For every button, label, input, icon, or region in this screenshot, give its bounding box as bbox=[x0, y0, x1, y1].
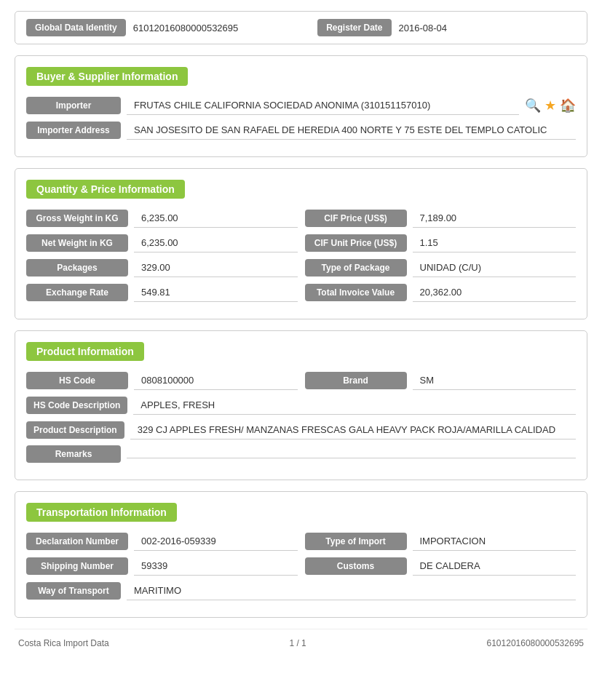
total-invoice-col: Total Invoice Value 20,362.00 bbox=[305, 283, 577, 302]
customs-label: Customs bbox=[305, 557, 407, 575]
declaration-type-import-row: Declaration Number 002-2016-059339 Type … bbox=[26, 532, 576, 551]
brand-col: Brand SM bbox=[305, 371, 577, 390]
declaration-col: Declaration Number 002-2016-059339 bbox=[26, 532, 298, 551]
remarks-row: Remarks bbox=[26, 445, 576, 463]
type-import-value: IMPORTACION bbox=[413, 532, 577, 551]
importer-label: Importer bbox=[26, 97, 121, 114]
register-date-label: Register Date bbox=[317, 19, 391, 36]
footer-right: 61012016080000532695 bbox=[487, 638, 584, 648]
cif-unit-label: CIF Unit Price (US$) bbox=[305, 234, 407, 252]
hs-code-value: 0808100000 bbox=[134, 371, 298, 390]
customs-col: Customs DE CALDERA bbox=[305, 557, 577, 576]
cif-unit-value: 1.15 bbox=[413, 234, 577, 252]
product-info-title: Product Information bbox=[26, 342, 144, 361]
exchange-total-row: Exchange Rate 549.81 Total Invoice Value… bbox=[26, 283, 576, 302]
importer-address-label: Importer Address bbox=[26, 122, 121, 139]
shipping-value: 59339 bbox=[134, 557, 298, 576]
star-icon[interactable]: ★ bbox=[544, 98, 556, 114]
total-invoice-value: 20,362.00 bbox=[413, 283, 577, 302]
gross-weight-cif-price-row: Gross Weight in KG 6,235.00 CIF Price (U… bbox=[26, 209, 576, 228]
declaration-label: Declaration Number bbox=[26, 533, 128, 550]
packages-col: Packages 329.00 bbox=[26, 258, 298, 277]
quantity-price-section: Quantity & Price Information Gross Weigh… bbox=[15, 168, 587, 319]
quantity-price-title: Quantity & Price Information bbox=[26, 180, 185, 199]
customs-value: DE CALDERA bbox=[413, 557, 577, 576]
net-weight-label: Net Weight in KG bbox=[26, 234, 128, 252]
hs-code-brand-row: HS Code 0808100000 Brand SM bbox=[26, 371, 576, 390]
importer-value: FRUTAS CHILE CALIFORNIA SOCIEDAD ANONIMA… bbox=[127, 96, 519, 115]
cif-price-col: CIF Price (US$) 7,189.00 bbox=[305, 209, 577, 228]
type-package-value: UNIDAD (C/U) bbox=[413, 258, 577, 277]
importer-address-row: Importer Address SAN JOSESITO DE SAN RAF… bbox=[26, 121, 576, 140]
cif-price-label: CIF Price (US$) bbox=[305, 210, 407, 227]
hs-code-desc-label: HS Code Description bbox=[26, 397, 127, 414]
remarks-value bbox=[127, 450, 576, 458]
remarks-label: Remarks bbox=[26, 445, 121, 463]
product-desc-label: Product Description bbox=[26, 421, 124, 439]
product-info-section: Product Information HS Code 0808100000 B… bbox=[15, 330, 587, 480]
importer-row: Importer FRUTAS CHILE CALIFORNIA SOCIEDA… bbox=[26, 96, 576, 115]
transportation-section: Transportation Information Declaration N… bbox=[15, 491, 587, 618]
gross-weight-label: Gross Weight in KG bbox=[26, 210, 128, 227]
packages-label: Packages bbox=[26, 259, 128, 277]
importer-address-value: SAN JOSESITO DE SAN RAFAEL DE HEREDIA 40… bbox=[127, 121, 576, 140]
hs-code-label: HS Code bbox=[26, 372, 128, 389]
type-package-label: Type of Package bbox=[305, 259, 407, 277]
net-weight-cif-unit-row: Net Weight in KG 6,235.00 CIF Unit Price… bbox=[26, 234, 576, 252]
type-import-label: Type of Import bbox=[305, 533, 407, 550]
shipping-label: Shipping Number bbox=[26, 557, 128, 575]
global-data-identity-label: Global Data Identity bbox=[26, 19, 126, 36]
way-transport-value: MARITIMO bbox=[127, 581, 576, 600]
importer-icons: 🔍 ★ 🏠 bbox=[525, 98, 576, 114]
home-icon[interactable]: 🏠 bbox=[560, 98, 576, 114]
buyer-supplier-section: Buyer & Supplier Information Importer FR… bbox=[15, 55, 587, 157]
hs-code-col: HS Code 0808100000 bbox=[26, 371, 298, 390]
exchange-rate-label: Exchange Rate bbox=[26, 284, 128, 301]
cif-unit-col: CIF Unit Price (US$) 1.15 bbox=[305, 234, 577, 252]
total-invoice-label: Total Invoice Value bbox=[305, 284, 407, 301]
gross-weight-value: 6,235.00 bbox=[134, 209, 298, 228]
way-transport-row: Way of Transport MARITIMO bbox=[26, 581, 576, 600]
shipping-customs-row: Shipping Number 59339 Customs DE CALDERA bbox=[26, 557, 576, 576]
footer-left: Costa Rica Import Data bbox=[18, 638, 109, 648]
gross-weight-col: Gross Weight in KG 6,235.00 bbox=[26, 209, 298, 228]
hs-code-desc-value: APPLES, FRESH bbox=[133, 396, 576, 415]
product-desc-row: Product Description 329 CJ APPLES FRESH/… bbox=[26, 421, 576, 440]
hs-code-desc-row: HS Code Description APPLES, FRESH bbox=[26, 396, 576, 415]
shipping-col: Shipping Number 59339 bbox=[26, 557, 298, 576]
footer-center: 1 / 1 bbox=[289, 638, 306, 648]
product-desc-value: 329 CJ APPLES FRESH/ MANZANAS FRESCAS GA… bbox=[130, 421, 576, 440]
transportation-title: Transportation Information bbox=[26, 503, 177, 522]
declaration-value: 002-2016-059339 bbox=[134, 532, 298, 551]
search-icon[interactable]: 🔍 bbox=[525, 98, 541, 114]
packages-value: 329.00 bbox=[134, 258, 298, 277]
net-weight-col: Net Weight in KG 6,235.00 bbox=[26, 234, 298, 252]
type-import-col: Type of Import IMPORTACION bbox=[305, 532, 577, 551]
type-package-col: Type of Package UNIDAD (C/U) bbox=[305, 258, 577, 277]
buyer-supplier-title: Buyer & Supplier Information bbox=[26, 67, 188, 86]
exchange-rate-value: 549.81 bbox=[134, 283, 298, 302]
way-transport-label: Way of Transport bbox=[26, 582, 121, 600]
identity-bar: Global Data Identity 6101201608000053269… bbox=[15, 11, 587, 44]
page-footer: Costa Rica Import Data 1 / 1 61012016080… bbox=[15, 629, 587, 652]
global-data-identity-value: 61012016080000532695 bbox=[133, 23, 310, 33]
register-date-value: 2016-08-04 bbox=[399, 23, 576, 33]
exchange-rate-col: Exchange Rate 549.81 bbox=[26, 283, 298, 302]
net-weight-value: 6,235.00 bbox=[134, 234, 298, 252]
brand-value: SM bbox=[413, 371, 577, 390]
cif-price-value: 7,189.00 bbox=[413, 209, 577, 228]
packages-type-row: Packages 329.00 Type of Package UNIDAD (… bbox=[26, 258, 576, 277]
brand-label: Brand bbox=[305, 372, 407, 389]
